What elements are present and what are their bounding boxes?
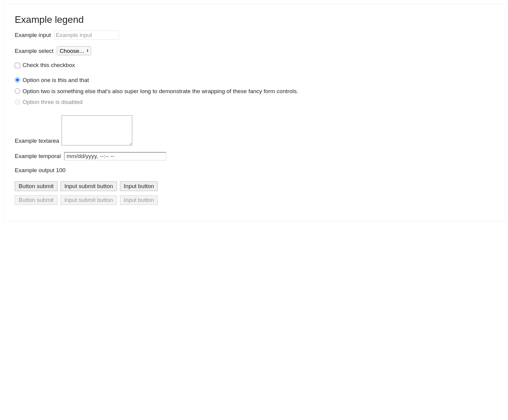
select-label: Example select bbox=[15, 48, 54, 54]
text-input-label: Example input bbox=[15, 32, 51, 38]
radio-option-3 bbox=[15, 99, 20, 105]
text-input-field: Example input bbox=[15, 31, 493, 40]
output-field: Example output 100 bbox=[15, 167, 493, 174]
checkbox-field: Check this checkbox bbox=[15, 62, 493, 68]
button-submit-disabled: Button submit bbox=[15, 195, 57, 205]
button-row-disabled: Button submit bbox=[15, 195, 493, 205]
button-row-enabled: Button submit bbox=[15, 181, 493, 191]
radio-label-1: Option one is this and that bbox=[23, 76, 89, 84]
temporal-label: Example temporal bbox=[15, 153, 61, 159]
checkbox-label: Check this checkbox bbox=[23, 62, 75, 68]
example-textarea[interactable] bbox=[62, 115, 132, 145]
textarea-label: Example textarea bbox=[15, 138, 59, 145]
radio-option-2[interactable] bbox=[15, 88, 20, 94]
input-submit-button-disabled bbox=[60, 195, 117, 205]
input-submit-button[interactable] bbox=[60, 181, 117, 191]
radio-row-2: Option two is something else that's also… bbox=[15, 87, 493, 96]
output-label: Example output bbox=[15, 167, 54, 173]
example-output: 100 bbox=[56, 167, 66, 173]
radio-option-1[interactable] bbox=[15, 77, 20, 83]
temporal-field: Example temporal bbox=[15, 152, 493, 160]
example-checkbox[interactable] bbox=[15, 63, 20, 68]
radio-row-3: Option three is disabled bbox=[15, 98, 493, 106]
form-panel: Example legend Example input Example sel… bbox=[4, 4, 504, 221]
input-button-disabled bbox=[120, 195, 158, 205]
example-select[interactable]: Choose... bbox=[57, 46, 91, 55]
input-button[interactable] bbox=[120, 181, 158, 191]
radio-label-3: Option three is disabled bbox=[23, 98, 83, 106]
select-field: Example select Choose... ▲▼ bbox=[15, 46, 493, 55]
textarea-field: Example textarea bbox=[15, 115, 493, 145]
example-temporal-input[interactable] bbox=[64, 152, 166, 160]
form-legend: Example legend bbox=[15, 14, 493, 25]
radio-row-1: Option one is this and that bbox=[15, 76, 493, 84]
radio-group: Option one is this and that Option two i… bbox=[15, 76, 493, 106]
button-submit[interactable]: Button submit bbox=[15, 181, 57, 191]
example-text-input[interactable] bbox=[54, 31, 119, 40]
radio-label-2: Option two is something else that's also… bbox=[23, 87, 298, 96]
